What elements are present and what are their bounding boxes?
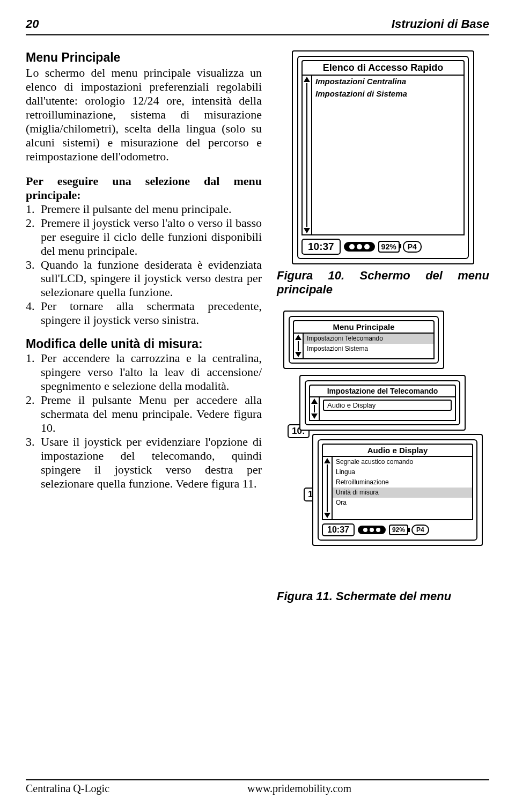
steps1-list: Premere il pulsante del menu principale.… (26, 202, 262, 328)
footer-left: Centralina Q-Logic (26, 783, 109, 795)
fig11b-row[interactable]: Audio e Display (323, 400, 452, 411)
text-column: Menu Principale Lo schermo del menu prin… (26, 50, 262, 603)
section-heading: Menu Principale (26, 50, 262, 65)
fig11a-row[interactable]: Impostazioni Telecomando (304, 334, 433, 344)
battery-icon: 92% (378, 241, 400, 253)
step-item: Premere il pulsante del menu principale. (41, 202, 262, 216)
scrollbar[interactable] (310, 397, 320, 420)
arrow-up-icon (324, 458, 330, 463)
header-rule (26, 34, 489, 35)
steps2-list: Per accendere la carrozzina e la central… (26, 351, 262, 491)
step-item: Premere il joystick verso l'alto o verso… (41, 216, 262, 258)
fig11a-title: Menu Principale (293, 320, 435, 334)
arrow-down-icon (311, 414, 318, 419)
scrollbar[interactable] (323, 457, 333, 519)
fig11-stack: Menu Principale Impostazioni Telecomando… (283, 311, 483, 589)
fig11-caption: Figura 11. Schermate del menu (277, 589, 489, 603)
mode-badge: P4 (411, 525, 429, 535)
page-title: Istruzioni di Base (392, 17, 489, 31)
fig10-caption: Figura 10. Schermo del menu principale (277, 269, 489, 297)
battery-icon: 92% (389, 525, 408, 535)
fig11c-row[interactable]: Segnale acustico comando (333, 457, 472, 467)
arrow-up-icon (311, 398, 318, 404)
fig10-screen-title: Elenco di Accesso Rapido (301, 60, 465, 76)
arrow-up-icon (304, 77, 310, 82)
fig10-row[interactable]: Impostazioni Centralina (312, 76, 464, 88)
signal-icon (344, 242, 375, 252)
fig11-device-b: Impostazione del Telecomando Audio e Dis… (299, 375, 466, 431)
step-item: Quando la funzione desiderata è evidenzi… (41, 258, 262, 300)
step-item: Preme il pulsante Menu per accedere alla… (41, 393, 262, 435)
arrow-down-icon (295, 352, 301, 357)
arrow-down-icon (324, 513, 330, 518)
fig11c-row[interactable]: Retroilluminazione (333, 477, 472, 488)
arrow-up-icon (295, 335, 301, 340)
status-time: 10:37 (322, 523, 355, 536)
fig11-device-a: Menu Principale Impostazioni Telecomando… (283, 311, 444, 369)
signal-icon (358, 526, 386, 534)
page-number: 20 (26, 17, 39, 31)
arrow-down-icon (304, 228, 310, 233)
fig11c-row[interactable]: Ora (333, 498, 472, 508)
fig10-device: Elenco di Accesso Rapido Impostazioni Ce… (292, 50, 474, 264)
steps2-heading: Modifica delle unità di misura: (26, 337, 262, 351)
fig11c-row[interactable]: Lingua (333, 467, 472, 477)
fig11a-row[interactable]: Impostazioni Sistema (304, 344, 433, 354)
footer-right: www.pridemobility.com (247, 783, 351, 795)
fig10-row[interactable]: Impostazioni di Sistema (312, 88, 464, 100)
fig11c-row[interactable]: Unità di misura (333, 488, 472, 498)
mode-badge: P4 (403, 241, 422, 253)
fig11b-title: Impostazione del Telecomando (309, 385, 456, 397)
page-footer: Centralina Q-Logic www.pridemobility.com (26, 779, 489, 795)
status-time: 10:37 (301, 239, 341, 255)
fig11-device-c: Audio e Display Segnale acustico comando… (312, 434, 483, 546)
step-item: Usare il joystick per evidenziare l'opzi… (41, 435, 262, 491)
step-item: Per accendere la carrozzina e la central… (41, 351, 262, 393)
fig11c-title: Audio e Display (322, 444, 473, 457)
scrollbar[interactable] (294, 334, 304, 358)
steps1-heading: Per eseguire una selezione dal menu prin… (26, 174, 262, 202)
scrollbar[interactable] (303, 76, 312, 234)
figure-column: Elenco di Accesso Rapido Impostazioni Ce… (277, 50, 489, 603)
intro-paragraph: Lo schermo del menu principale visualizz… (26, 66, 262, 164)
step-item: Per tornare alla schermata precedente, s… (41, 299, 262, 327)
